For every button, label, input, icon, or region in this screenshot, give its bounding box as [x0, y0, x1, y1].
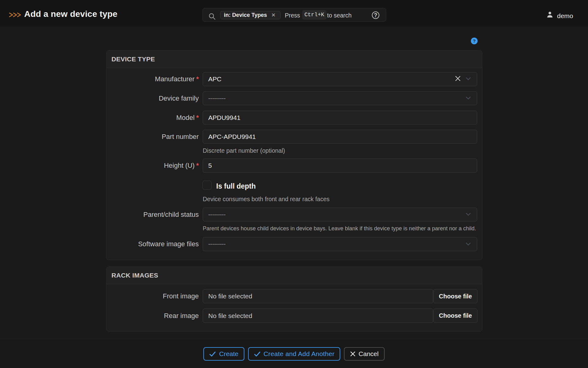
svg-text:?: ? [473, 38, 476, 44]
svg-text:?: ? [374, 12, 377, 18]
